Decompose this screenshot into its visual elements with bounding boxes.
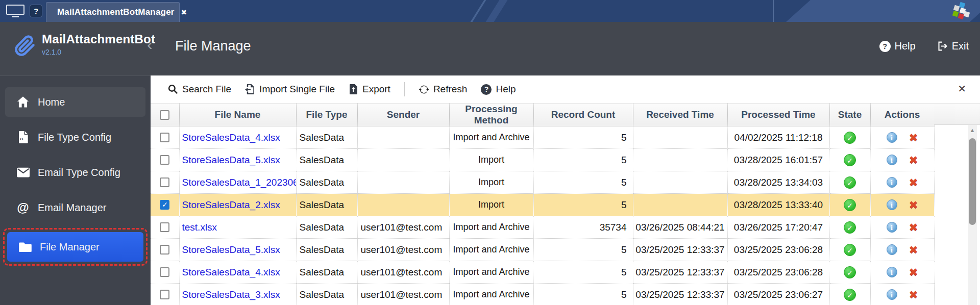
row-checkbox[interactable] [160,290,169,299]
table-row[interactable]: StoreSalesData_5.xlsx SalesData Import 5… [151,149,934,171]
info-icon[interactable]: i [887,244,897,255]
file-name-link[interactable]: StoreSalesData_3.xlsx [182,289,280,300]
info-icon[interactable]: i [887,132,897,143]
processing-method-cell: Import and Archive [449,126,533,149]
table-header-filler [934,104,980,125]
state-success-icon: ✓ [844,244,856,256]
brand-name: MailAttachmentBot [42,32,155,46]
processed-time-cell: 03/25/2025 23:06:28 [727,239,829,261]
exit-button[interactable]: Exit [937,40,969,52]
delete-icon[interactable]: ✖ [909,289,918,300]
search-file-button[interactable]: Search File [168,84,231,95]
file-name-link[interactable]: StoreSalesData_1_202306.x [182,177,297,188]
tab-close-icon[interactable]: ✖ [181,8,187,16]
import-single-file-button[interactable]: Import Single File [245,84,335,95]
page-title: File Manage [175,38,251,54]
received-time-cell: 03/26/2025 08:44:21 [633,216,727,239]
help-circle-icon: ? [481,84,492,95]
record-count-cell: 5 [533,284,633,305]
sender-cell [357,149,449,171]
help-icon: ? [879,41,891,52]
processing-method-cell: Import and Archive [449,239,533,261]
app-tab[interactable]: MailAttachmentBotManager ✖ [46,2,180,22]
panel-close-icon[interactable]: ✕ [958,83,966,95]
file-name-link[interactable]: StoreSalesData_5.xlsx [182,244,280,255]
file-type-cell: SalesData [296,216,357,239]
header-help-button[interactable]: ? Help [879,40,916,52]
sidebar-item-file-manager[interactable]: File Manager [7,232,143,262]
sidebar-item-home[interactable]: Home [5,87,145,117]
taskbar-divider-line [773,0,774,22]
table-row[interactable]: StoreSalesData_4.xlsx SalesData Import a… [151,126,934,149]
search-file-label: Search File [182,84,231,95]
delete-icon[interactable]: ✖ [909,221,918,233]
scroll-up-arrow[interactable]: ▲ [968,125,977,133]
file-name-link[interactable]: test.xlsx [182,222,217,233]
sidebar-item-label: Home [38,96,65,108]
info-icon[interactable]: i [887,289,897,300]
scrollbar-thumb[interactable] [969,138,976,225]
file-name-link[interactable]: StoreSalesData_4.xlsx [182,132,280,143]
desktop-monitor-icon[interactable] [6,5,24,17]
delete-icon[interactable]: ✖ [909,132,918,143]
received-time-cell [633,194,727,216]
info-icon[interactable]: i [887,199,897,210]
delete-icon[interactable]: ✖ [909,176,918,188]
svg-text:‹›: ‹› [19,136,23,142]
cubes-logo [951,2,971,21]
processed-time-cell: 03/25/2025 23:06:28 [727,261,829,284]
sidebar: Home ‹› File Type Config Email Type Conf… [0,75,151,305]
export-button[interactable]: Export [349,84,390,95]
processed-time-cell: 03/26/2025 17:20:47 [727,216,829,239]
info-icon[interactable]: i [887,267,897,277]
state-success-icon: ✓ [844,266,856,278]
file-type-cell: SalesData [296,261,357,284]
screen: ? MailAttachmentBotManager ✖ MailAttachm… [0,0,980,305]
sidebar-collapse-chevron[interactable]: ‹ [147,36,153,53]
sidebar-item-file-type-config[interactable]: ‹› File Type Config [5,122,145,152]
delete-icon[interactable]: ✖ [909,154,918,166]
row-checkbox[interactable] [160,200,169,210]
toolbar-help-button[interactable]: ? Help [481,84,516,95]
table-row[interactable]: StoreSalesData_4.xlsx SalesData user101@… [151,261,934,284]
app-header: MailAttachmentBot v2.1.0 ‹ File Manage ?… [0,22,980,75]
tab-title: MailAttachmentBotManager [57,7,175,17]
sidebar-item-email-manager[interactable]: @ Email Manager [5,193,145,222]
sender-cell [357,126,449,149]
table-row[interactable]: StoreSalesData_2.xlsx SalesData Import 5… [151,194,934,216]
row-checkbox[interactable] [160,155,169,165]
file-name-link[interactable]: StoreSalesData_5.xlsx [182,155,280,165]
delete-icon[interactable]: ✖ [909,266,918,278]
table-row[interactable]: test.xlsx SalesData user101@test.com Imp… [151,216,934,239]
taskbar-help-button[interactable]: ? [30,5,42,17]
export-icon [349,84,358,94]
delete-icon[interactable]: ✖ [909,199,918,211]
select-all-checkbox[interactable] [160,110,169,120]
processing-method-cell: Import [449,194,533,216]
row-checkbox[interactable] [160,222,169,232]
delete-icon[interactable]: ✖ [909,244,918,256]
row-checkbox[interactable] [160,245,169,255]
table-row[interactable]: StoreSalesData_1_202306.x SalesData Impo… [151,171,934,194]
table-row[interactable]: StoreSalesData_3.xlsx SalesData user101@… [151,284,934,305]
file-name-link[interactable]: StoreSalesData_2.xlsx [182,199,280,210]
sender-cell [357,171,449,194]
table-row[interactable]: StoreSalesData_5.xlsx SalesData user101@… [151,239,934,261]
vertical-scrollbar[interactable]: ▲ [968,125,977,305]
file-icon: ‹› [16,131,30,143]
info-icon[interactable]: i [887,155,897,165]
info-icon[interactable]: i [887,222,897,233]
info-icon[interactable]: i [887,177,897,188]
record-count-cell: 5 [533,261,633,284]
column-header: Processed Time [727,104,829,126]
sidebar-item-email-type-config[interactable]: Email Type Config [5,158,145,187]
toolbar-help-label: Help [496,84,516,95]
row-checkbox[interactable] [160,177,169,187]
row-checkbox[interactable] [160,133,169,142]
taskbar-stripe [486,0,508,22]
processed-time-cell: 04/02/2025 11:12:18 [727,126,829,149]
file-name-link[interactable]: StoreSalesData_4.xlsx [182,267,280,277]
refresh-button[interactable]: Refresh [419,84,468,95]
row-checkbox[interactable] [160,267,169,277]
sidebar-item-label: File Manager [40,241,100,253]
